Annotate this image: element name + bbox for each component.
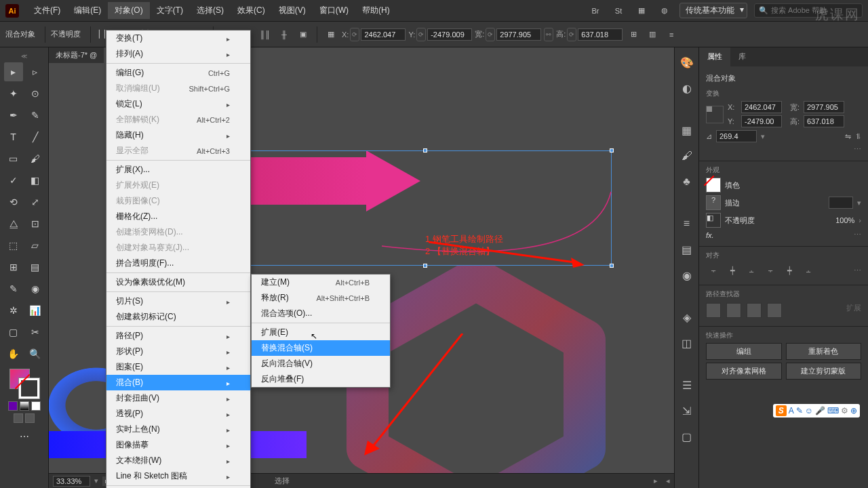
- asset-export-icon[interactable]: ⇲: [679, 403, 695, 419]
- intersect-icon[interactable]: [747, 303, 762, 318]
- free-transform-tool[interactable]: ⊡: [26, 214, 45, 233]
- screen-full-icon[interactable]: [25, 413, 35, 423]
- menu-item[interactable]: 反向混合轴(V): [252, 356, 390, 371]
- brushes-panel-icon[interactable]: 🖌: [679, 148, 695, 164]
- bridge-icon[interactable]: Br: [587, 3, 604, 19]
- hand-tool[interactable]: ✋: [4, 344, 23, 363]
- graph-tool[interactable]: 📊: [26, 301, 45, 320]
- dist4-icon[interactable]: ╫: [276, 26, 292, 43]
- ime-toolbar[interactable]: SA✎☺🎤⌨⚙⊕: [773, 404, 860, 418]
- more-icon[interactable]: ≡: [663, 26, 679, 43]
- minus-front-icon[interactable]: [726, 303, 741, 318]
- eraser-tool[interactable]: ◧: [26, 171, 45, 190]
- panel-w-input[interactable]: [804, 101, 844, 113]
- menu-item[interactable]: 透视(P): [106, 406, 250, 422]
- stepper-icon[interactable]: ⟳: [567, 28, 576, 41]
- more-options-icon[interactable]: ⋯: [854, 266, 861, 275]
- stock-icon[interactable]: St: [610, 3, 627, 19]
- panel-y-input[interactable]: [741, 115, 782, 127]
- menu-item[interactable]: 拼合透明度(F)...: [106, 256, 250, 271]
- layers-panel-icon[interactable]: ☰: [679, 377, 695, 393]
- stroke-swatch[interactable]: ?: [706, 195, 721, 210]
- panel-x-input[interactable]: [741, 101, 782, 113]
- align-vcenter-icon[interactable]: ┿: [782, 263, 797, 278]
- gradient-panel-icon[interactable]: ▤: [679, 241, 695, 258]
- opacity-swatch[interactable]: ◧: [706, 213, 721, 228]
- stepper-icon[interactable]: ⟳: [350, 28, 359, 41]
- menu-item[interactable]: 切片(S): [106, 293, 250, 309]
- menu-item[interactable]: 编组(G)Ctrl+G: [106, 65, 250, 81]
- isolate-icon[interactable]: ▥: [644, 26, 660, 43]
- edit-toolbar-icon[interactable]: ⋯: [15, 427, 34, 446]
- selection-tool[interactable]: ▸: [4, 62, 23, 81]
- menu-item[interactable]: 释放(R)Alt+Shift+Ctrl+B: [252, 290, 390, 306]
- clip-mask-button[interactable]: 建立剪切蒙版: [786, 363, 862, 380]
- line-tool[interactable]: ╱: [26, 127, 45, 146]
- pixel-align-button[interactable]: 对齐像素网格: [706, 363, 782, 380]
- perspective-tool[interactable]: ▱: [26, 236, 45, 255]
- menu-object[interactable]: 对象(O): [108, 2, 149, 19]
- menu-item[interactable]: 排列(A): [106, 46, 250, 62]
- more-options-icon[interactable]: ⋯: [854, 145, 861, 154]
- slice-tool[interactable]: ✂: [26, 323, 45, 342]
- arrange-docs-icon[interactable]: ▦: [633, 3, 650, 19]
- graphic-styles-icon[interactable]: ◫: [679, 335, 695, 351]
- color-guide-icon[interactable]: ◐: [679, 80, 695, 96]
- stroke-weight-input[interactable]: [829, 197, 853, 209]
- menu-item[interactable]: Line 和 Sketch 图稿: [106, 468, 250, 484]
- recolor-button[interactable]: 重新着色: [786, 343, 862, 360]
- alignto-icon[interactable]: ▣: [295, 26, 311, 43]
- menu-item[interactable]: 混合选项(O)...: [252, 306, 390, 321]
- menu-effect[interactable]: 效果(C): [231, 2, 272, 19]
- align-left-icon[interactable]: ⫟: [706, 263, 721, 278]
- menu-select[interactable]: 选择(S): [190, 2, 231, 19]
- menu-item[interactable]: 混合(B): [106, 375, 250, 390]
- stepper-icon[interactable]: ⟳: [416, 28, 426, 41]
- menu-item[interactable]: 路径(P): [106, 328, 250, 344]
- symbols-panel-icon[interactable]: ♣: [679, 174, 695, 190]
- tab-properties[interactable]: 属性: [699, 47, 730, 66]
- rotate-tool[interactable]: ⟲: [4, 192, 23, 211]
- align-bottom-icon[interactable]: ⫠: [801, 263, 816, 278]
- menu-item[interactable]: 设为像素级优化(M): [106, 274, 250, 290]
- gradient-mode-icon[interactable]: [20, 401, 29, 411]
- blend-tool[interactable]: ◉: [26, 279, 45, 298]
- gpu-icon[interactable]: ◍: [656, 3, 673, 19]
- scale-tool[interactable]: ⤢: [26, 192, 45, 211]
- more-options-icon[interactable]: ⋯: [854, 230, 861, 239]
- menu-item[interactable]: 变换(T): [106, 30, 250, 46]
- pen-tool[interactable]: ✒: [4, 106, 23, 125]
- menu-item[interactable]: 形状(P): [106, 344, 250, 359]
- panel-angle-input[interactable]: [716, 130, 757, 142]
- color-mode-icon[interactable]: [8, 401, 18, 411]
- type-tool[interactable]: T: [4, 127, 23, 146]
- menu-view[interactable]: 视图(V): [272, 2, 313, 19]
- x-input[interactable]: [361, 28, 406, 41]
- menu-item[interactable]: 封套扭曲(V): [106, 390, 250, 406]
- fx-button[interactable]: fx.: [706, 231, 714, 239]
- menu-item[interactable]: 图像描摹: [106, 437, 250, 453]
- workspace-switcher[interactable]: 传统基本功能: [679, 3, 747, 18]
- zoom-tool[interactable]: 🔍: [26, 344, 45, 363]
- menu-item[interactable]: 栅格化(Z)...: [106, 209, 250, 224]
- shaper-tool[interactable]: ✓: [4, 171, 23, 190]
- menu-item[interactable]: 隐藏(H): [106, 127, 250, 143]
- stroke-panel-icon[interactable]: ≡: [679, 216, 695, 232]
- menu-item[interactable]: 反向堆叠(F): [252, 371, 390, 387]
- dist3-icon[interactable]: ║║: [257, 26, 273, 43]
- eyedropper-tool[interactable]: ✎: [4, 279, 23, 298]
- gradient-tool[interactable]: ▤: [26, 258, 45, 277]
- curvature-tool[interactable]: ✎: [26, 106, 45, 125]
- flip-v-icon[interactable]: ⥮: [855, 132, 861, 141]
- rectangle-tool[interactable]: ▭: [4, 149, 23, 168]
- h-input[interactable]: [578, 28, 623, 41]
- menu-item[interactable]: 文本绕排(W): [106, 453, 250, 468]
- paintbrush-tool[interactable]: 🖌: [26, 149, 45, 168]
- lasso-tool[interactable]: ⊙: [26, 84, 45, 103]
- group-button[interactable]: 编组: [706, 343, 782, 360]
- menu-help[interactable]: 帮助(H): [355, 2, 397, 19]
- menu-item[interactable]: 创建裁切标记(C): [106, 309, 250, 325]
- transform-panel-icon[interactable]: ⊞: [625, 26, 642, 43]
- direct-select-tool[interactable]: ▹: [26, 62, 45, 81]
- color-panel-icon[interactable]: 🎨: [679, 54, 695, 70]
